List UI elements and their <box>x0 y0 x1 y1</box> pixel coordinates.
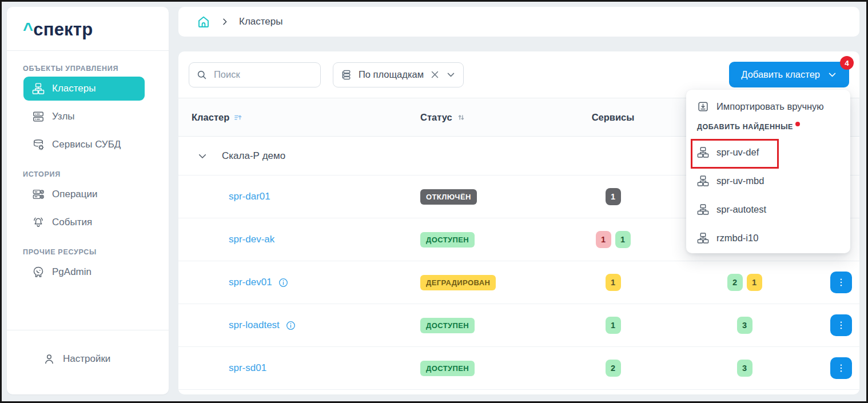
status-cell: ОТКЛЮЧЁН <box>401 189 567 205</box>
column-header-status[interactable]: Статус <box>401 112 567 123</box>
clusters-icon <box>697 232 709 244</box>
count-badge: 1 <box>747 274 762 291</box>
sort-ascending-icon[interactable] <box>234 113 242 122</box>
cluster-name-cell: spr-dev01 <box>178 277 401 288</box>
sidebar-section-label: ОБЪЕКТЫ УПРАВЛЕНИЯ <box>23 65 153 73</box>
dropdown-cluster-list: spr-uv-def spr-uv-mbd spr-autotest rzmbd… <box>686 140 850 250</box>
sidebar-item-pgadmin[interactable]: PgAdmin <box>23 260 145 284</box>
chevron-right-icon <box>220 17 229 26</box>
app-window: ^спектр ОБЪЕКТЫ УПРАВЛЕНИЯ Кластеры Узлы… <box>0 0 868 403</box>
menu-item-cluster[interactable]: spr-autotest <box>686 197 850 221</box>
sidebar: ^спектр ОБЪЕКТЫ УПРАВЛЕНИЯ Кластеры Узлы… <box>7 7 169 394</box>
main-area: Кластеры По площадкам Добавить кластер 4 <box>178 7 859 394</box>
info-icon[interactable] <box>285 320 296 331</box>
sidebar-item-dbms-services[interactable]: Сервисы СУБД <box>23 133 145 157</box>
menu-item-label: spr-autotest <box>716 204 766 215</box>
status-badge: ОТКЛЮЧЁН <box>420 189 477 205</box>
row-actions-button[interactable] <box>830 272 852 293</box>
dots-vertical-icon <box>836 277 846 288</box>
cluster-link[interactable]: spr-dev-ak <box>229 234 274 245</box>
add-cluster-dropdown: Импортировать вручную ДОБАВИТЬ НАЙДЕННЫЕ… <box>686 90 850 253</box>
column-header-cluster[interactable]: Кластер <box>178 112 401 123</box>
sidebar-footer: Настройки <box>7 330 169 394</box>
clusters-icon <box>697 146 709 158</box>
table-row: spr-loadtest ДОСТУПЕН 1 3 <box>178 304 859 347</box>
person-icon <box>43 353 55 365</box>
row-actions-button[interactable] <box>830 357 852 379</box>
sidebar-item-settings[interactable]: Настройки <box>34 347 145 371</box>
menu-item-cluster[interactable]: spr-uv-mbd <box>686 169 850 193</box>
dbms-services-icon <box>32 138 45 151</box>
count-badge: 1 <box>615 231 631 248</box>
table-row: spr-sd01 ДОСТУПЕН 2 3 <box>178 347 859 390</box>
sidebar-item-clusters[interactable]: Кластеры <box>23 77 145 101</box>
dots-vertical-icon <box>836 320 846 330</box>
count-badge: 1 <box>596 231 611 248</box>
clear-filter-icon[interactable] <box>430 70 440 79</box>
search-input[interactable] <box>213 69 313 81</box>
status-cell: ДОСТУПЕН <box>401 318 567 333</box>
group-by-icon <box>341 69 352 81</box>
count-badge: 1 <box>606 188 621 205</box>
filter-label: По площадкам <box>359 69 424 80</box>
count-badge: 1 <box>606 274 621 291</box>
pgadmin-icon <box>32 266 45 278</box>
nodes-cell: 21 <box>659 274 830 291</box>
services-cell: 1 <box>567 188 659 205</box>
column-header-label: Кластер <box>192 112 229 123</box>
cluster-link[interactable]: spr-dev01 <box>229 277 272 288</box>
clusters-icon <box>697 175 709 187</box>
menu-item-label: spr-uv-mbd <box>716 175 764 186</box>
cluster-name-cell: spr-dar01 <box>178 191 401 202</box>
info-icon[interactable] <box>278 277 289 288</box>
search-icon <box>196 69 208 81</box>
logo-text: спектр <box>33 19 93 39</box>
cluster-link[interactable]: spr-sd01 <box>229 362 266 374</box>
add-cluster-button[interactable]: Добавить кластер 4 <box>729 62 849 87</box>
sidebar-section-label: ПРОЧИЕ РЕСУРСЫ <box>23 248 153 256</box>
cluster-link[interactable]: spr-loadtest <box>229 320 280 331</box>
status-badge: ДОСТУПЕН <box>420 361 475 376</box>
breadcrumb-page-label: Кластеры <box>239 16 283 27</box>
section-label-text: ДОБАВИТЬ НАЙДЕННЫЕ <box>697 123 793 131</box>
search-box <box>189 62 321 87</box>
status-badge: ДОСТУПЕН <box>420 232 475 248</box>
dots-vertical-icon <box>836 363 846 373</box>
cluster-name-cell: spr-sd01 <box>178 362 401 374</box>
cluster-link[interactable]: spr-dar01 <box>229 191 270 202</box>
sort-icon[interactable] <box>457 113 465 122</box>
status-cell: ДЕГРАДИРОВАН <box>401 275 567 290</box>
column-header-services: Сервисы <box>567 112 659 123</box>
column-header-label: Сервисы <box>592 112 635 123</box>
app-logo: ^спектр <box>7 7 169 51</box>
group-by-filter[interactable]: По площадкам <box>333 62 464 87</box>
menu-item-cluster[interactable]: spr-uv-def <box>686 140 850 164</box>
actions-cell <box>830 314 859 336</box>
import-icon <box>697 101 709 113</box>
clusters-icon <box>697 204 709 216</box>
clusters-icon <box>32 82 45 95</box>
count-badge: 3 <box>737 317 752 334</box>
menu-item-import-manually[interactable]: Импортировать вручную <box>686 95 850 117</box>
status-badge: ДОСТУПЕН <box>420 318 475 333</box>
collapse-chevron-icon[interactable] <box>197 151 208 161</box>
chevron-down-icon <box>827 70 837 79</box>
menu-item-label: spr-uv-def <box>716 147 759 158</box>
operations-icon <box>32 188 45 201</box>
count-badge: 3 <box>737 360 752 377</box>
sidebar-item-label: Сервисы СУБД <box>52 139 121 150</box>
row-actions-button[interactable] <box>830 314 852 336</box>
sidebar-item-nodes[interactable]: Узлы <box>23 105 145 129</box>
status-cell: ДОСТУПЕН <box>401 232 567 248</box>
menu-item-label: Импортировать вручную <box>716 101 824 112</box>
menu-item-cluster[interactable]: rzmbd-i10 <box>686 226 850 250</box>
status-cell: ДОСТУПЕН <box>401 361 567 376</box>
count-badge: 2 <box>727 274 743 291</box>
chevron-down-icon[interactable] <box>446 70 456 79</box>
sidebar-section-label: ИСТОРИЯ <box>23 170 153 178</box>
sidebar-item-events-bell[interactable]: События <box>23 210 145 234</box>
sidebar-item-operations[interactable]: Операции <box>23 182 145 206</box>
services-cell: 2 <box>567 360 659 377</box>
home-icon[interactable] <box>197 15 210 29</box>
services-cell: 1 <box>567 317 659 334</box>
